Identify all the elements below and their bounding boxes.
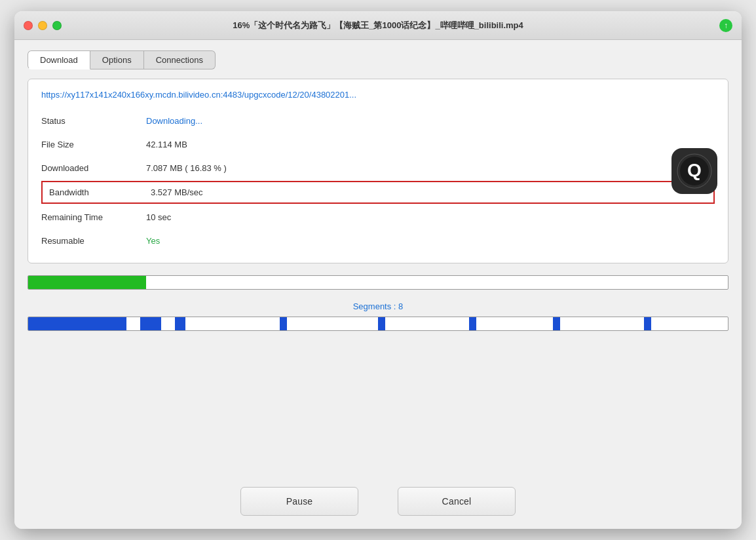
segments-bar — [28, 317, 728, 331]
segment-block — [644, 317, 651, 330]
zoom-button[interactable] — [52, 21, 62, 30]
downloaded-value: 7.087 MB ( 16.83 % ) — [146, 156, 715, 180]
tab-download[interactable]: Download — [28, 50, 90, 69]
resumable-label: Resumable — [41, 229, 146, 252]
window-title: 16%「这个时代名为路飞」【海贼王_第1000话纪念】_哔哩哔哩_bilibil… — [233, 20, 523, 31]
segments-label: Segments : 8 — [28, 301, 728, 311]
status-label: Status — [41, 109, 146, 132]
segment-block — [469, 317, 476, 330]
minimize-button[interactable] — [38, 21, 47, 30]
downloaded-label: Downloaded — [41, 156, 146, 180]
segment-block — [553, 317, 560, 330]
pause-button[interactable]: Pause — [240, 487, 358, 516]
content-area: Download Options Connections https://xy1… — [14, 40, 742, 529]
buttons-row: Pause Cancel — [28, 487, 728, 516]
traffic-lights — [24, 21, 62, 30]
segment-block — [28, 317, 126, 330]
bandwidth-table: Bandwidth 3.527 MB/sec — [41, 181, 715, 204]
remaining-table: Remaining Time 10 sec Resumable Yes — [41, 205, 715, 252]
segment-block — [140, 317, 161, 330]
tab-options[interactable]: Options — [90, 50, 144, 69]
filesize-row: File Size 42.114 MB — [41, 132, 715, 156]
cancel-button[interactable]: Cancel — [398, 487, 516, 516]
info-table: Status Downloading... File Size 42.114 M… — [41, 109, 715, 180]
download-window: 16%「这个时代名为路飞」【海贼王_第1000话纪念】_哔哩哔哩_bilibil… — [14, 11, 742, 529]
tab-bar: Download Options Connections — [28, 50, 728, 69]
segment-block — [378, 317, 385, 330]
bandwidth-row: Bandwidth 3.527 MB/sec — [42, 182, 714, 203]
resumable-row: Resumable Yes — [41, 229, 715, 252]
progress-section — [28, 275, 728, 290]
close-button[interactable] — [24, 21, 33, 30]
remaining-label: Remaining Time — [41, 205, 146, 229]
tab-connections[interactable]: Connections — [144, 50, 216, 69]
bandwidth-value: 3.527 MB/sec — [147, 182, 714, 203]
filesize-value: 42.114 MB — [146, 132, 715, 156]
download-url[interactable]: https://xy117x141x240x166xy.mcdn.bilivid… — [41, 90, 715, 100]
segments-section: Segments : 8 — [28, 301, 728, 331]
upload-icon: ↑ — [719, 19, 732, 32]
remaining-row: Remaining Time 10 sec — [41, 205, 715, 229]
bandwidth-label: Bandwidth — [42, 182, 147, 203]
segment-block — [175, 317, 185, 330]
segment-block — [280, 317, 287, 330]
titlebar: 16%「这个时代名为路飞」【海贼王_第1000话纪念】_哔哩哔哩_bilibil… — [14, 11, 742, 40]
status-row: Status Downloading... — [41, 109, 715, 132]
downloaded-row: Downloaded 7.087 MB ( 16.83 % ) — [41, 156, 715, 180]
filesize-label: File Size — [41, 132, 146, 156]
remaining-value: 10 sec — [146, 205, 715, 229]
resumable-value: Yes — [146, 229, 715, 252]
progress-bar-fill — [28, 276, 146, 289]
status-value: Downloading... — [146, 109, 715, 132]
svg-text:Q: Q — [687, 160, 702, 180]
progress-bar — [28, 275, 728, 290]
quicktime-icon: Q — [671, 148, 717, 194]
info-panel: https://xy117x141x240x166xy.mcdn.bilivid… — [28, 79, 728, 263]
